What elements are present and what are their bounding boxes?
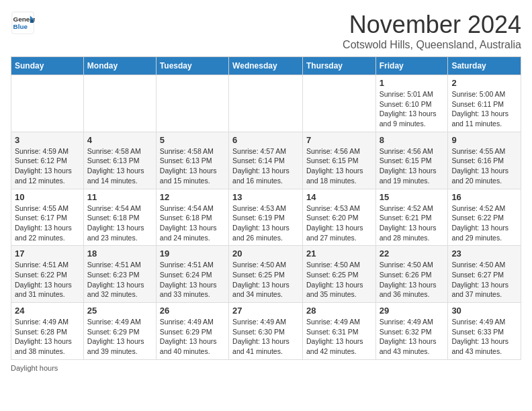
day-info: Sunrise: 4:52 AM Sunset: 6:22 PM Dayligh…: [451, 203, 517, 243]
calendar-cell: 17Sunrise: 4:51 AM Sunset: 6:22 PM Dayli…: [11, 246, 84, 303]
day-header-sunday: Sunday: [11, 57, 84, 75]
day-info: Sunrise: 5:00 AM Sunset: 6:11 PM Dayligh…: [451, 89, 517, 129]
calendar-cell: [229, 75, 303, 132]
svg-marker-4: [30, 19, 34, 23]
week-row-2: 10Sunrise: 4:55 AM Sunset: 6:17 PM Dayli…: [11, 189, 521, 246]
day-info: Sunrise: 4:53 AM Sunset: 6:19 PM Dayligh…: [232, 203, 299, 243]
day-info: Sunrise: 4:50 AM Sunset: 6:26 PM Dayligh…: [380, 260, 445, 300]
calendar-cell: 18Sunrise: 4:51 AM Sunset: 6:23 PM Dayli…: [83, 246, 156, 303]
calendar-cell: 19Sunrise: 4:51 AM Sunset: 6:24 PM Dayli…: [156, 246, 228, 303]
calendar-cell: 7Sunrise: 4:56 AM Sunset: 6:15 PM Daylig…: [302, 132, 375, 189]
day-header-thursday: Thursday: [302, 57, 375, 75]
day-number: 4: [87, 135, 152, 145]
week-row-0: 1Sunrise: 5:01 AM Sunset: 6:10 PM Daylig…: [11, 75, 521, 132]
calendar-cell: 5Sunrise: 4:58 AM Sunset: 6:13 PM Daylig…: [156, 132, 228, 189]
day-info: Sunrise: 4:58 AM Sunset: 6:13 PM Dayligh…: [87, 146, 152, 186]
day-number: 22: [380, 248, 445, 259]
day-number: 29: [380, 306, 445, 316]
day-info: Sunrise: 4:49 AM Sunset: 6:28 PM Dayligh…: [15, 317, 80, 357]
calendar-cell: 10Sunrise: 4:55 AM Sunset: 6:17 PM Dayli…: [11, 189, 84, 246]
day-info: Sunrise: 5:01 AM Sunset: 6:10 PM Dayligh…: [380, 89, 445, 129]
calendar-cell: 14Sunrise: 4:53 AM Sunset: 6:20 PM Dayli…: [302, 189, 375, 246]
calendar-cell: 24Sunrise: 4:49 AM Sunset: 6:28 PM Dayli…: [11, 303, 84, 360]
day-info: Sunrise: 4:54 AM Sunset: 6:18 PM Dayligh…: [87, 203, 152, 243]
calendar-cell: 12Sunrise: 4:54 AM Sunset: 6:18 PM Dayli…: [156, 189, 228, 246]
day-info: Sunrise: 4:49 AM Sunset: 6:30 PM Dayligh…: [232, 317, 299, 357]
calendar-cell: 27Sunrise: 4:49 AM Sunset: 6:30 PM Dayli…: [229, 303, 303, 360]
calendar-cell: [11, 75, 84, 132]
day-number: 15: [380, 192, 445, 202]
calendar-cell: 6Sunrise: 4:57 AM Sunset: 6:14 PM Daylig…: [229, 132, 303, 189]
day-number: 14: [306, 192, 372, 202]
svg-text:Blue: Blue: [13, 23, 28, 30]
day-number: 5: [160, 135, 225, 145]
day-info: Sunrise: 4:52 AM Sunset: 6:21 PM Dayligh…: [380, 203, 445, 243]
calendar-cell: [156, 75, 228, 132]
day-info: Sunrise: 4:51 AM Sunset: 6:24 PM Dayligh…: [160, 260, 225, 300]
day-info: Sunrise: 4:54 AM Sunset: 6:18 PM Dayligh…: [160, 203, 225, 243]
day-number: 26: [160, 306, 225, 316]
page-header: General Blue November 2024 Cotswold Hill…: [11, 11, 521, 51]
day-number: 27: [232, 306, 299, 316]
day-number: 21: [306, 248, 372, 259]
day-info: Sunrise: 4:57 AM Sunset: 6:14 PM Dayligh…: [232, 146, 299, 186]
calendar-cell: [302, 75, 375, 132]
calendar-cell: 8Sunrise: 4:56 AM Sunset: 6:15 PM Daylig…: [375, 132, 448, 189]
day-number: 11: [87, 192, 152, 202]
day-number: 20: [232, 248, 299, 259]
week-row-1: 3Sunrise: 4:59 AM Sunset: 6:12 PM Daylig…: [11, 132, 521, 189]
day-number: 19: [160, 248, 225, 259]
day-number: 12: [160, 192, 225, 202]
day-info: Sunrise: 4:55 AM Sunset: 6:16 PM Dayligh…: [451, 146, 517, 186]
day-number: 13: [232, 192, 299, 202]
day-info: Sunrise: 4:51 AM Sunset: 6:22 PM Dayligh…: [15, 260, 80, 300]
day-number: 25: [87, 306, 152, 316]
title-block: November 2024 Cotswold Hills, Queensland…: [343, 11, 521, 51]
day-number: 18: [87, 248, 152, 259]
day-info: Sunrise: 4:50 AM Sunset: 6:27 PM Dayligh…: [451, 260, 517, 300]
day-info: Sunrise: 4:59 AM Sunset: 6:12 PM Dayligh…: [15, 146, 80, 186]
day-number: 1: [380, 78, 445, 88]
calendar-cell: 20Sunrise: 4:50 AM Sunset: 6:25 PM Dayli…: [229, 246, 303, 303]
calendar-cell: 16Sunrise: 4:52 AM Sunset: 6:22 PM Dayli…: [448, 189, 521, 246]
day-number: 24: [15, 306, 80, 316]
day-header-tuesday: Tuesday: [156, 57, 228, 75]
calendar-cell: 11Sunrise: 4:54 AM Sunset: 6:18 PM Dayli…: [83, 189, 156, 246]
calendar-cell: 25Sunrise: 4:49 AM Sunset: 6:29 PM Dayli…: [83, 303, 156, 360]
day-info: Sunrise: 4:49 AM Sunset: 6:33 PM Dayligh…: [451, 317, 517, 357]
day-number: 6: [232, 135, 299, 145]
calendar-cell: 3Sunrise: 4:59 AM Sunset: 6:12 PM Daylig…: [11, 132, 84, 189]
calendar-cell: 21Sunrise: 4:50 AM Sunset: 6:25 PM Dayli…: [302, 246, 375, 303]
day-info: Sunrise: 4:56 AM Sunset: 6:15 PM Dayligh…: [380, 146, 445, 186]
calendar-cell: 30Sunrise: 4:49 AM Sunset: 6:33 PM Dayli…: [448, 303, 521, 360]
calendar-cell: 9Sunrise: 4:55 AM Sunset: 6:16 PM Daylig…: [448, 132, 521, 189]
day-info: Sunrise: 4:55 AM Sunset: 6:17 PM Dayligh…: [15, 203, 80, 243]
calendar-cell: 29Sunrise: 4:49 AM Sunset: 6:32 PM Dayli…: [375, 303, 448, 360]
calendar-cell: 26Sunrise: 4:49 AM Sunset: 6:29 PM Dayli…: [156, 303, 228, 360]
day-number: 8: [380, 135, 445, 145]
calendar-cell: 13Sunrise: 4:53 AM Sunset: 6:19 PM Dayli…: [229, 189, 303, 246]
month-title: November 2024: [343, 11, 521, 39]
calendar-cell: 4Sunrise: 4:58 AM Sunset: 6:13 PM Daylig…: [83, 132, 156, 189]
day-number: 16: [451, 192, 517, 202]
day-info: Sunrise: 4:51 AM Sunset: 6:23 PM Dayligh…: [87, 260, 152, 300]
calendar-table: SundayMondayTuesdayWednesdayThursdayFrid…: [11, 56, 521, 360]
calendar-cell: 1Sunrise: 5:01 AM Sunset: 6:10 PM Daylig…: [375, 75, 448, 132]
day-number: 3: [15, 135, 80, 145]
day-number: 23: [451, 248, 517, 259]
day-number: 10: [15, 192, 80, 202]
logo: General Blue: [11, 11, 35, 35]
day-number: 30: [451, 306, 517, 316]
day-number: 7: [306, 135, 372, 145]
calendar-cell: 2Sunrise: 5:00 AM Sunset: 6:11 PM Daylig…: [448, 75, 521, 132]
calendar-cell: [83, 75, 156, 132]
day-number: 2: [451, 78, 517, 88]
calendar-cell: 28Sunrise: 4:49 AM Sunset: 6:31 PM Dayli…: [302, 303, 375, 360]
calendar-cell: 22Sunrise: 4:50 AM Sunset: 6:26 PM Dayli…: [375, 246, 448, 303]
day-info: Sunrise: 4:58 AM Sunset: 6:13 PM Dayligh…: [160, 146, 225, 186]
week-row-3: 17Sunrise: 4:51 AM Sunset: 6:22 PM Dayli…: [11, 246, 521, 303]
header-row: SundayMondayTuesdayWednesdayThursdayFrid…: [11, 57, 521, 75]
calendar-cell: 23Sunrise: 4:50 AM Sunset: 6:27 PM Dayli…: [448, 246, 521, 303]
day-info: Sunrise: 4:50 AM Sunset: 6:25 PM Dayligh…: [306, 260, 372, 300]
footer-note: Daylight hours: [11, 364, 521, 372]
